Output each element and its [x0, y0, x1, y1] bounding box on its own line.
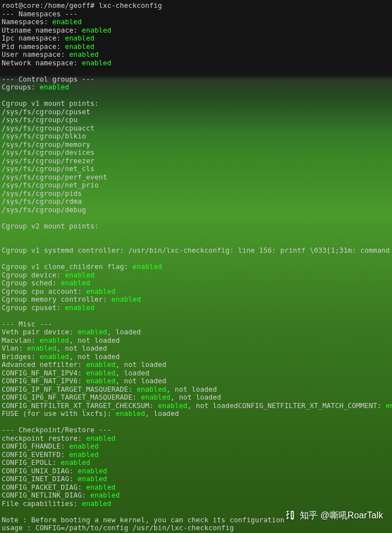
term-line: --- Control groups ---	[2, 75, 390, 84]
term-line: CONFIG_NETFILTER_XT_TARGET_CHECKSUM: ena…	[2, 402, 390, 410]
watermark-text: 知乎 @嘶吼RoarTalk	[300, 512, 383, 520]
watermark: 知乎 @嘶吼RoarTalk	[284, 509, 383, 522]
term-line: /sys/fs/cgroup/blkio	[2, 132, 390, 141]
term-line: --- Checkpoint/Restore ---	[2, 426, 390, 435]
term-line: Advanced netfilter: enabled, not loaded	[2, 361, 390, 369]
term-line: Cgroup memory controller: enabled	[2, 295, 390, 304]
term-line: FUSE (for use with lxcfs): enabled, load…	[2, 410, 390, 418]
term-line	[2, 230, 390, 239]
term-line: CONFIG_EPOLL: enabled	[2, 459, 390, 467]
term-line: /sys/fs/cgroup/devices	[2, 149, 390, 157]
term-line: CONFIG_INET_DIAG: enabled	[2, 475, 390, 483]
term-line: Bridges: enabled, not loaded	[2, 353, 390, 361]
term-line: root@core:/home/geoff# lxc-checkconfig	[2, 2, 390, 10]
term-line: /sys/fs/cgroup/rdma	[2, 198, 390, 206]
term-line	[2, 92, 390, 100]
term-line: Cgroup device: enabled	[2, 271, 390, 280]
term-line: Cgroups: enabled	[2, 83, 390, 92]
term-line	[2, 312, 390, 320]
term-line: Cgroup v1 clone_children flag: enabled	[2, 263, 390, 271]
term-line: User namespace: enabled	[2, 51, 390, 59]
term-line: /sys/fs/cgroup/net_cls	[2, 165, 390, 173]
term-line: Cgroup v1 mount points:	[2, 100, 390, 108]
term-line: CONFIG_FHANDLE: enabled	[2, 442, 390, 451]
term-line: Cgroup cpuset: enabled	[2, 304, 390, 312]
term-line: checkpoint restore: enabled	[2, 435, 390, 443]
term-line: /sys/fs/cgroup/perf_event	[2, 173, 390, 182]
term-line: Namespaces: enabled	[2, 18, 390, 26]
term-line: /sys/fs/cgroup/freezer	[2, 157, 390, 165]
term-line: Cgroup sched: enabled	[2, 279, 390, 288]
term-line: CONFIG_EVENTFD: enabled	[2, 451, 390, 459]
term-line	[2, 214, 390, 222]
term-line: Cgroup v1 systemd controller: /usr/bin/l…	[2, 247, 390, 255]
term-line: CONFIG_NF_NAT_IPV6: enabled, not loaded	[2, 377, 390, 386]
term-line	[2, 67, 390, 75]
term-line: /sys/fs/cgroup/cpuacct	[2, 124, 390, 133]
term-line	[2, 418, 390, 427]
term-line: --- Namespaces ---	[2, 10, 390, 19]
term-line: Cgroup v2 mount points:	[2, 222, 390, 231]
term-line: Veth pair device: enabled, loaded	[2, 328, 390, 337]
term-line: CONFIG_IP_NF_TARGET_MASQUERADE: enabled,…	[2, 386, 390, 394]
term-line: /sys/fs/cgroup/cpuset	[2, 108, 390, 117]
term-line: Macvlan: enabled, not loaded	[2, 337, 390, 345]
term-line: Pid namespace: enabled	[2, 43, 390, 51]
term-line: CONFIG_IP6_NF_TARGET_MASQUERADE: enabled…	[2, 393, 390, 402]
term-line: /sys/fs/cgroup/debug	[2, 206, 390, 214]
zhihu-icon	[284, 509, 296, 522]
term-line: Network namespace: enabled	[2, 59, 390, 68]
term-line: /sys/fs/cgroup/cpu	[2, 116, 390, 124]
term-line: usage : CONFIG=/path/to/config /usr/bin/…	[2, 524, 390, 532]
term-line	[2, 255, 390, 263]
terminal-output: root@core:/home/geoff# lxc-checkconfig--…	[2, 2, 390, 532]
term-line: --- Misc ---	[2, 320, 390, 329]
term-line: Vlan: enabled, not loaded	[2, 344, 390, 353]
term-line: /sys/fs/cgroup/memory	[2, 141, 390, 149]
term-line: Ipc namespace: enabled	[2, 34, 390, 43]
term-line: /sys/fs/cgroup/net_prio	[2, 181, 390, 190]
term-line: CONFIG_UNIX_DIAG: enabled	[2, 467, 390, 476]
term-line	[2, 239, 390, 247]
term-line: CONFIG_NETLINK_DIAG: enabled	[2, 491, 390, 500]
term-line: /sys/fs/cgroup/pids	[2, 190, 390, 198]
term-line: CONFIG_NF_NAT_IPV4: enabled, loaded	[2, 369, 390, 378]
term-line: Cgroup cpu account: enabled	[2, 288, 390, 296]
term-line: Utsname namespace: enabled	[2, 26, 390, 35]
term-line: File capabilities: enabled	[2, 500, 390, 508]
term-line: CONFIG_PACKET_DIAG: enabled	[2, 483, 390, 492]
